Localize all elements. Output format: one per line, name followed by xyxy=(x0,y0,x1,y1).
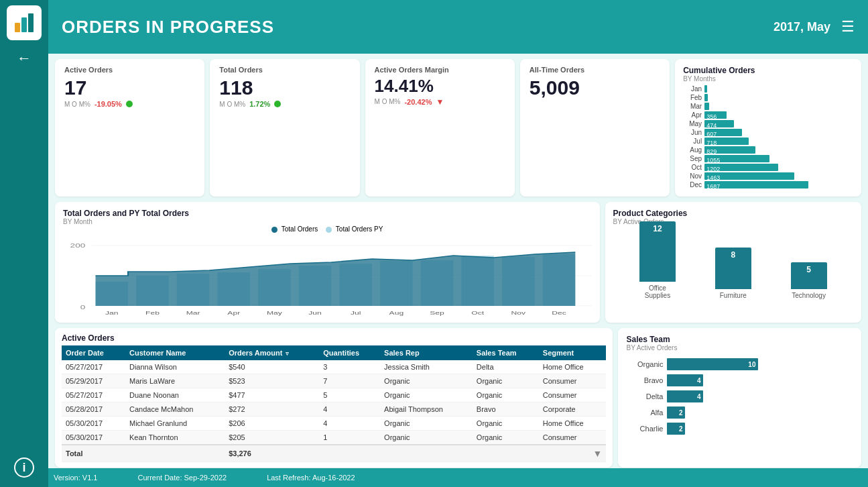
cell-amount: $523 xyxy=(225,374,319,388)
cell-team: Bravo xyxy=(473,402,539,417)
legend-total-orders-py: Total Orders PY xyxy=(326,225,383,233)
info-icon[interactable]: i xyxy=(14,457,34,478)
cum-bar-value: 474 xyxy=(704,122,719,129)
legend-total-orders-py-dot xyxy=(326,227,332,233)
svg-marker-20 xyxy=(96,252,576,306)
cum-month-label: Nov xyxy=(683,172,702,180)
kpi-active-orders-mom-value: -19.05% xyxy=(95,100,122,108)
total-amount: $3,276 xyxy=(225,445,319,462)
col-order-date[interactable]: Order Date xyxy=(62,345,125,360)
sales-team-label: Organic xyxy=(626,360,663,368)
col-segment[interactable]: Segment xyxy=(539,345,607,360)
product-categories-card: Product Categories BY Active Orders 12 O… xyxy=(605,202,861,323)
kpi-active-orders: Active Orders 17 M O M% -19.05% xyxy=(55,59,204,197)
logo-box xyxy=(7,5,42,40)
sales-team-bars: Organic 10 Bravo 4 Delta 4 Alfa 2 Charli… xyxy=(626,358,853,435)
sales-team-value: 2 xyxy=(679,425,683,433)
cell-segment: Corporate xyxy=(539,402,607,417)
svg-text:Sep: Sep xyxy=(430,310,444,316)
cum-bar-row: Sep 1055 xyxy=(683,155,853,162)
svg-rect-0 xyxy=(15,23,20,32)
cell-date: 05/30/2017 xyxy=(62,417,125,431)
kpi-alltime-orders-label: All-Time Orders xyxy=(530,66,660,74)
page-title: ORDERS IN PROGRESS xyxy=(62,17,274,38)
cum-bar-value: 829 xyxy=(704,148,719,155)
total-empty-5: ▼ xyxy=(539,445,607,462)
bar-chart-svg: 200 0 xyxy=(63,235,592,316)
kpi-active-orders-value: 17 xyxy=(64,76,195,99)
cum-bar-value: 607 xyxy=(704,131,719,138)
svg-text:Aug: Aug xyxy=(389,310,404,316)
header-date: 2017, May xyxy=(773,20,830,34)
cum-bar-row: Jun 607 xyxy=(683,129,853,136)
svg-text:Dec: Dec xyxy=(552,310,566,316)
sales-team-value: 4 xyxy=(697,377,701,384)
cum-bar-value: 1055 xyxy=(704,157,722,164)
table-row: 05/30/2017 Kean Thornton $205 1 Organic … xyxy=(62,431,606,445)
cell-segment: Consumer xyxy=(539,388,607,402)
cumulative-orders-card: Cumulative Orders BY Months Jan Feb Mar … xyxy=(675,59,861,197)
svg-text:Jul: Jul xyxy=(351,310,361,316)
table-row: 05/28/2017 Candace McMahon $272 4 Abigai… xyxy=(62,402,606,417)
cell-rep: Abigail Thompson xyxy=(380,402,473,417)
kpi-margin-value: 14.41% xyxy=(375,76,505,96)
legend-total-orders: Total Orders xyxy=(271,225,318,233)
cum-bar-row: Dec 1687 xyxy=(683,181,853,188)
bar-chart-area: 200 0 xyxy=(63,235,592,316)
cum-bar-value: 356 xyxy=(704,113,719,120)
sales-team-label: Delta xyxy=(626,392,663,400)
scroll-down-icon[interactable]: ▼ xyxy=(593,448,603,459)
cum-bar-row: Oct 1202 xyxy=(683,164,853,171)
cell-qty: 4 xyxy=(319,402,380,417)
cum-bar-value xyxy=(704,96,708,103)
cell-customer: Maris LaWare xyxy=(125,374,225,388)
sales-team-card: Sales Team BY Active Orders Organic 10 B… xyxy=(618,328,861,468)
product-bar-furniture: 8 Furniture xyxy=(715,248,751,299)
sales-team-bar: 10 xyxy=(667,358,758,370)
cum-month-label: Sep xyxy=(683,155,702,162)
cum-bar-value: 718 xyxy=(704,140,719,146)
svg-text:Jan: Jan xyxy=(105,310,119,316)
cell-amount: $272 xyxy=(225,402,319,417)
cum-bar: 1055 xyxy=(704,155,769,162)
product-bar-office-rect: 12 xyxy=(639,221,676,282)
cum-bar-row: Apr 356 xyxy=(683,111,853,119)
cum-month-label: Aug xyxy=(683,146,702,154)
kpi-active-orders-mom-label: M O M% xyxy=(64,101,90,108)
cell-amount: $540 xyxy=(225,360,319,374)
cum-bar-row: Mar xyxy=(683,103,853,110)
kpi-alltime-orders-value: 5,009 xyxy=(530,76,660,99)
svg-rect-1 xyxy=(21,17,27,32)
active-orders-table: Order Date Customer Name Orders Amount ▿… xyxy=(62,345,606,462)
cum-month-label: Jun xyxy=(683,129,702,136)
col-quantities[interactable]: Quantities xyxy=(319,345,380,360)
col-sales-team[interactable]: Sales Team xyxy=(473,345,539,360)
footer: Version: V1.1 Current Date: Sep-29-2022 … xyxy=(0,468,868,487)
cumulative-subtitle: BY Months xyxy=(683,75,853,83)
filter-icon[interactable]: ☰ xyxy=(841,18,855,36)
cell-team: Organic xyxy=(473,431,539,445)
col-orders-amount[interactable]: Orders Amount ▿ xyxy=(225,345,319,360)
back-icon[interactable]: ← xyxy=(17,50,32,67)
cell-customer: Duane Noonan xyxy=(125,388,225,402)
col-customer-name[interactable]: Customer Name xyxy=(125,345,225,360)
cell-qty: 4 xyxy=(319,417,380,431)
kpi-total-orders-value: 118 xyxy=(219,76,350,99)
orders-tbody: 05/27/2017 Dianna Wilson $540 3 Jessica … xyxy=(62,360,606,445)
kpi-active-orders-label: Active Orders xyxy=(64,66,195,74)
sales-team-bar: 4 xyxy=(667,390,703,402)
cell-date: 05/29/2017 xyxy=(62,374,125,388)
cell-qty: 3 xyxy=(319,360,380,374)
col-sales-rep[interactable]: Sales Rep xyxy=(380,345,473,360)
product-bar-furniture-label: Furniture xyxy=(720,292,747,299)
svg-text:0: 0 xyxy=(80,304,86,310)
cell-date: 05/27/2017 xyxy=(62,388,125,402)
product-categories-title: Product Categories xyxy=(613,209,853,218)
total-orders-chart-card: Total Orders and PY Total Orders BY Mont… xyxy=(55,202,600,323)
cum-bar-value: 1202 xyxy=(704,166,722,172)
legend-total-orders-py-label: Total Orders PY xyxy=(336,225,383,233)
svg-text:Jun: Jun xyxy=(308,310,322,316)
sales-team-row: Charlie 2 xyxy=(626,423,853,435)
kpi-margin-mom-value: -20.42% xyxy=(404,98,432,106)
svg-text:200: 200 xyxy=(70,242,86,248)
